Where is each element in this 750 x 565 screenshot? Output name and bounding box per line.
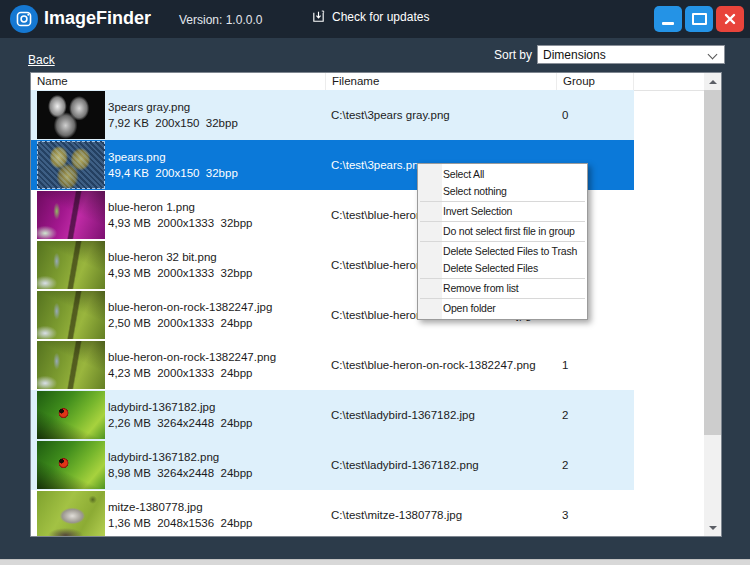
file-name-cell: blue-heron 32 bit.png4,93 MB 2000x1333 3…	[108, 240, 253, 290]
table-row[interactable]: mitze-1380778.jpg1,36 MB 2048x1536 24bpp…	[31, 490, 634, 537]
file-name: blue-heron 32 bit.png	[108, 249, 253, 265]
menu-separator	[420, 298, 585, 299]
ladybird-thumbnail	[37, 441, 105, 489]
file-path: C:\test\ladybird-1367182.png	[331, 440, 479, 490]
app-title: ImageFinder	[44, 8, 151, 29]
minimize-icon	[662, 22, 674, 25]
titlebar: ImageFinder Version: 1.0.0.0 Check for u…	[0, 0, 750, 38]
back-link[interactable]: Back	[28, 53, 55, 67]
context-menu-item[interactable]: Do not select first file in group	[418, 223, 587, 240]
window-resize-edge	[0, 559, 750, 565]
vertical-scrollbar[interactable]	[704, 73, 721, 536]
scroll-up-button[interactable]	[704, 73, 721, 90]
file-name-cell: blue-heron 1.png4,93 MB 2000x1333 32bpp	[108, 190, 253, 240]
file-path: C:\test\mitze-1380778.jpg	[331, 490, 462, 537]
file-name-cell: blue-heron-on-rock-1382247.jpg2,50 MB 20…	[108, 290, 272, 340]
heron-magenta-thumbnail	[37, 191, 105, 239]
close-button[interactable]	[716, 6, 744, 32]
column-header-name[interactable]: Name	[31, 73, 326, 90]
menu-separator	[420, 201, 585, 202]
group-number: 3	[562, 490, 568, 537]
file-path: C:\test\blue-heron-on-rock-1382247.png	[331, 340, 536, 390]
scroll-down-icon	[709, 526, 717, 530]
table-row[interactable]: 3pears gray.png7,92 KB 200x150 32bppC:\t…	[31, 90, 634, 140]
file-name-cell: ladybird-1367182.png8,98 MB 3264x2448 24…	[108, 440, 253, 490]
table-row[interactable]: ladybird-1367182.png8,98 MB 3264x2448 24…	[31, 440, 634, 490]
file-name-cell: blue-heron-on-rock-1382247.png4,23 MB 20…	[108, 340, 276, 390]
file-details: 4,93 MB 2000x1333 32bpp	[108, 215, 253, 231]
sort-by-dropdown[interactable]: Dimensions	[537, 45, 725, 64]
column-header-group[interactable]: Group	[557, 73, 634, 90]
scroll-down-button[interactable]	[704, 519, 721, 536]
file-name: blue-heron 1.png	[108, 199, 253, 215]
file-name: 3pears.png	[108, 149, 238, 165]
heron-green-thumbnail	[37, 241, 105, 289]
heron-green-thumbnail	[37, 291, 105, 339]
cat-thumbnail	[37, 491, 105, 537]
context-menu-item[interactable]: Select nothing	[418, 183, 587, 200]
context-menu-item[interactable]: Open folder	[418, 300, 587, 317]
window-controls	[654, 6, 744, 32]
file-details: 2,50 MB 2000x1333 24bpp	[108, 315, 272, 331]
file-name-cell: 3pears.png49,4 KB 200x150 32bpp	[108, 140, 238, 190]
file-details: 2,26 MB 3264x2448 24bpp	[108, 415, 253, 431]
heron-green-thumbnail	[37, 341, 105, 389]
menu-separator	[420, 278, 585, 279]
file-name-cell: mitze-1380778.jpg1,36 MB 2048x1536 24bpp	[108, 490, 253, 537]
file-path: C:\test\ladybird-1367182.jpg	[331, 390, 475, 440]
file-details: 4,93 MB 2000x1333 32bpp	[108, 265, 253, 281]
context-menu: Select AllSelect nothingInvert Selection…	[417, 163, 588, 320]
file-path: C:\test\3pears gray.png	[331, 90, 450, 140]
file-details: 4,23 MB 2000x1333 24bpp	[108, 365, 276, 381]
file-details: 7,92 KB 200x150 32bpp	[108, 115, 238, 131]
close-icon	[724, 13, 736, 25]
group-number: 2	[562, 440, 568, 490]
check-for-updates-button[interactable]: Check for updates	[311, 9, 429, 24]
file-list-header: Name Filename Group	[31, 73, 704, 91]
file-details: 8,98 MB 3264x2448 24bpp	[108, 465, 253, 481]
table-row[interactable]: ladybird-1367182.jpg2,26 MB 3264x2448 24…	[31, 390, 634, 440]
file-name: ladybird-1367182.jpg	[108, 399, 253, 415]
sort-by-label: Sort by	[494, 48, 532, 62]
file-path: C:\test\3pears.png	[331, 140, 425, 190]
group-number: 1	[562, 340, 568, 390]
file-details: 49,4 KB 200x150 32bpp	[108, 165, 238, 181]
file-name: blue-heron-on-rock-1382247.jpg	[108, 299, 272, 315]
context-menu-item[interactable]: Delete Selected Files	[418, 260, 587, 277]
pears-gray-thumbnail	[37, 91, 105, 139]
app-version: Version: 1.0.0.0	[179, 13, 262, 27]
context-menu-item[interactable]: Delete Selected Files to Trash	[418, 243, 587, 260]
file-list: Name Filename Group 3pears gray.png7,92 …	[30, 72, 722, 537]
scrollbar-thumb[interactable]	[704, 90, 721, 435]
file-name: mitze-1380778.jpg	[108, 499, 253, 515]
context-menu-item[interactable]: Select All	[418, 166, 587, 183]
file-name-cell: 3pears gray.png7,92 KB 200x150 32bpp	[108, 90, 238, 140]
context-menu-item[interactable]: Remove from list	[418, 280, 587, 297]
sort-by-value: Dimensions	[543, 48, 606, 62]
context-menu-item[interactable]: Invert Selection	[418, 203, 587, 220]
scroll-up-icon	[709, 80, 717, 84]
group-number: 0	[562, 90, 568, 140]
menu-separator	[420, 221, 585, 222]
app-logo-icon	[10, 5, 38, 33]
menu-separator	[420, 241, 585, 242]
column-header-filename[interactable]: Filename	[326, 73, 557, 90]
file-name: 3pears gray.png	[108, 99, 238, 115]
update-download-icon	[311, 9, 326, 24]
minimize-button[interactable]	[654, 6, 682, 32]
file-name: blue-heron-on-rock-1382247.png	[108, 349, 276, 365]
file-name-cell: ladybird-1367182.jpg2,26 MB 3264x2448 24…	[108, 390, 253, 440]
table-row[interactable]: blue-heron-on-rock-1382247.png4,23 MB 20…	[31, 340, 634, 390]
maximize-button[interactable]	[685, 6, 713, 32]
imagefinder-window: ImageFinder Version: 1.0.0.0 Check for u…	[0, 0, 750, 565]
check-updates-label: Check for updates	[332, 10, 429, 24]
pears-color-thumbnail	[37, 141, 105, 189]
ladybird-thumbnail	[37, 391, 105, 439]
file-details: 1,36 MB 2048x1536 24bpp	[108, 515, 253, 531]
chevron-down-icon	[708, 50, 718, 60]
maximize-icon	[692, 13, 707, 25]
file-name: ladybird-1367182.png	[108, 449, 253, 465]
group-number: 2	[562, 390, 568, 440]
